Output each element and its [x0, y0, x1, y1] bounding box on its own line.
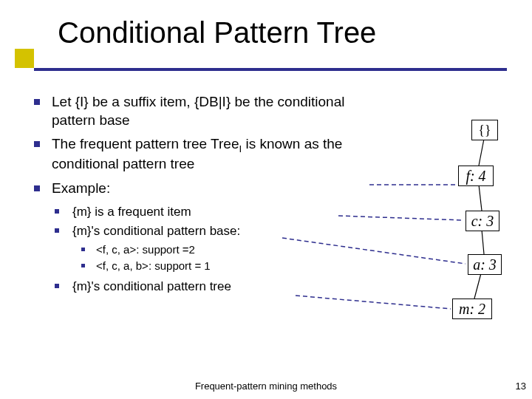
tree-node-m: m: 2 [452, 299, 492, 319]
title-underline [34, 68, 507, 71]
svg-line-4 [479, 139, 484, 166]
sub-bullet-3-text: {m}'s conditional pattern tree [72, 279, 231, 293]
slide-title: Conditional Pattern Tree [58, 16, 376, 50]
page-number: 13 [516, 381, 526, 392]
bullet-1: Let {I} be a suffix item, {DB|I} be the … [34, 93, 366, 129]
body-content: Let {I} be a suffix item, {DB|I} be the … [34, 93, 366, 298]
tree-node-a: a: 3 [468, 254, 502, 275]
footer-text: Frequent-pattern mining methods [0, 381, 532, 392]
bullet-2-text-a: The frequent pattern tree Tree [52, 136, 239, 151]
pattern-tree: {} f: 4 c: 3 a: 3 m: 2 [369, 103, 517, 340]
subsub-bullet-1-text: <f, c, a>: support =2 [96, 243, 195, 256]
sub-bullet-2: {m}'s conditional pattern base: [55, 223, 366, 239]
tree-node-f: f: 4 [458, 166, 494, 186]
subsub-bullet-2: <f, c, a, b>: support = 1 [81, 259, 366, 273]
tree-node-root: {} [471, 120, 498, 140]
svg-line-5 [479, 185, 482, 211]
slide: Conditional Pattern Tree Let {I} be a su… [0, 0, 532, 399]
tree-node-c: c: 3 [466, 211, 499, 231]
bullet-3-text: Example: [52, 180, 110, 196]
bullet-2: The frequent pattern tree TreeI is known… [34, 135, 366, 174]
sub-bullet-1-text: {m} is a frequent item [72, 205, 191, 219]
subsub-bullet-1: <f, c, a>: support =2 [81, 242, 366, 257]
svg-line-6 [482, 230, 484, 254]
bullet-1-text: Let {I} be a suffix item, {DB|I} be the … [52, 94, 344, 128]
subsub-bullet-2-text: <f, c, a, b>: support = 1 [96, 259, 211, 272]
svg-line-7 [474, 273, 481, 299]
title-accent-square [15, 49, 34, 68]
sub-bullet-3: {m}'s conditional pattern tree [55, 279, 366, 295]
bullet-3: Example: [34, 180, 366, 198]
sub-bullet-1: {m} is a frequent item [55, 204, 366, 220]
sub-bullet-2-text: {m}'s conditional pattern base: [72, 224, 240, 238]
